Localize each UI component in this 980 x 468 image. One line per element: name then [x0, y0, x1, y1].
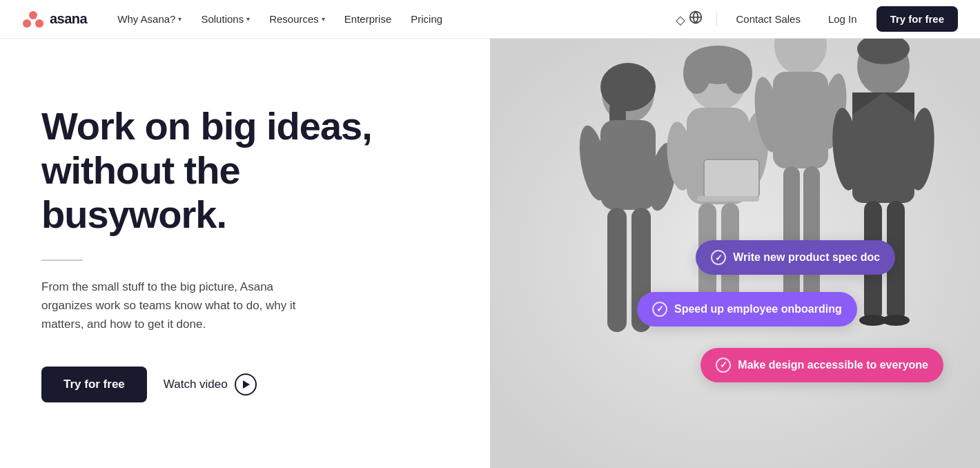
navbar: asana Why Asana? ▾ Solutions ▾ Resources… — [0, 0, 980, 39]
nav-links: Why Asana? ▾ Solutions ▾ Resources ▾ Ent… — [109, 8, 672, 30]
check-icon-3: ✓ — [716, 358, 731, 373]
logo-text: asana — [50, 11, 87, 27]
svg-rect-12 — [607, 208, 627, 332]
hero-section: Work on big ideas, without the busywork.… — [0, 39, 980, 468]
login-button[interactable]: Log In — [820, 8, 865, 30]
globe-icon[interactable]: ◇ — [673, 8, 705, 30]
nav-try-free-button[interactable]: Try for free — [876, 6, 958, 32]
hero-subtext: From the small stuff to the big picture,… — [41, 277, 317, 334]
nav-why-asana[interactable]: Why Asana? ▾ — [109, 8, 190, 30]
svg-rect-35 — [852, 92, 914, 203]
task-pill-2: ✓ Speed up employee onboarding — [637, 292, 857, 326]
svg-rect-9 — [600, 120, 656, 210]
nav-pricing[interactable]: Pricing — [402, 8, 451, 30]
svg-point-7 — [600, 63, 656, 111]
chevron-down-icon: ▾ — [246, 15, 250, 23]
check-icon-1: ✓ — [711, 250, 726, 265]
hero-buttons: Try for free Watch video — [41, 367, 435, 402]
chevron-down-icon: ▾ — [322, 15, 325, 23]
task-pill-1: ✓ Write new product spec doc — [696, 240, 895, 275]
contact-sales-link[interactable]: Contact Sales — [728, 8, 809, 30]
nav-solutions[interactable]: Solutions ▾ — [193, 8, 258, 30]
task-pill-3: ✓ Make design accessible to everyone — [700, 348, 943, 382]
hero-image-background: ✓ Write new product spec doc ✓ Speed up … — [490, 39, 980, 468]
hero-watch-video-button[interactable]: Watch video — [164, 373, 257, 396]
svg-point-17 — [725, 52, 752, 94]
play-triangle — [243, 380, 250, 389]
svg-point-16 — [683, 52, 711, 94]
hero-right: ✓ Write new product spec doc ✓ Speed up … — [490, 39, 980, 468]
nav-divider — [716, 12, 717, 26]
hero-left: Work on big ideas, without the busywork.… — [0, 39, 490, 468]
svg-point-2 — [35, 19, 43, 28]
svg-rect-21 — [704, 159, 759, 197]
nav-right: ◇ Contact Sales Log In Try for free — [673, 6, 959, 32]
svg-point-1 — [23, 19, 31, 28]
svg-rect-31 — [783, 166, 800, 304]
svg-rect-32 — [803, 166, 820, 304]
check-icon-2: ✓ — [652, 302, 667, 317]
chevron-down-icon: ▾ — [178, 15, 182, 23]
nav-enterprise[interactable]: Enterprise — [336, 8, 400, 30]
svg-point-0 — [29, 11, 37, 19]
hero-divider — [41, 260, 83, 261]
hero-try-free-button[interactable]: Try for free — [41, 367, 147, 402]
svg-point-43 — [882, 315, 910, 326]
play-icon — [235, 373, 257, 396]
logo-link[interactable]: asana — [22, 11, 87, 28]
nav-resources[interactable]: Resources ▾ — [261, 8, 333, 30]
svg-rect-28 — [773, 72, 828, 168]
hero-heading: Work on big ideas, without the busywork. — [41, 104, 435, 237]
svg-rect-22 — [697, 196, 759, 202]
